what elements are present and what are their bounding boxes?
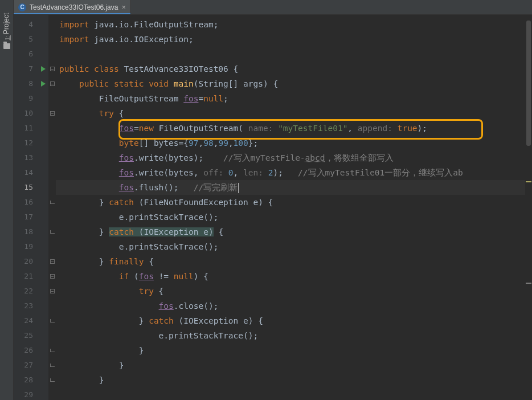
code-area[interactable]: import java.io.FileOutputStream; import …	[56, 15, 525, 400]
scrollbar-thumb[interactable]	[526, 21, 531, 146]
fold-end-icon	[50, 230, 55, 234]
class-icon: C	[18, 3, 26, 11]
editor-tab-bar: C TestAdvance33IOTest06.java ×	[14, 0, 532, 15]
gutter-run-icons	[39, 15, 48, 400]
scrollbar-mark	[526, 283, 531, 284]
fold-toggle-icon[interactable]	[50, 289, 55, 293]
gutter-fold	[48, 15, 56, 400]
code-line[interactable]: try {	[56, 106, 525, 121]
code-line[interactable]: }	[56, 358, 525, 373]
project-tool-label[interactable]: Project	[2, 13, 10, 34]
fold-toggle-icon[interactable]	[50, 259, 55, 264]
code-line[interactable]: FileOutputStream fos=null;	[56, 91, 525, 106]
tab-filename: TestAdvance33IOTest06.java	[30, 3, 118, 11]
code-line[interactable]: try {	[56, 284, 525, 299]
tool-window-bar: 1: Project cture	[0, 0, 14, 400]
code-line[interactable]: if (fos != null) {	[56, 269, 525, 284]
code-line[interactable]: public class TestAdvance33IOTest06 {	[56, 62, 525, 76]
gutter-line-numbers[interactable]: 45678 910111213 1415161718 1920212223 24…	[14, 15, 39, 400]
code-line[interactable]: }	[56, 343, 525, 358]
code-line[interactable]: } finally {	[56, 254, 525, 269]
code-line[interactable]: fos.write(bytes); //写入myTestFile-abcd，将数…	[56, 150, 525, 165]
text-caret	[238, 183, 239, 193]
run-icon[interactable]	[41, 81, 46, 87]
code-line[interactable]: } catch (FileNotFoundException e) {	[56, 195, 525, 210]
code-line[interactable]: e.printStackTrace();	[56, 210, 525, 225]
code-line[interactable]: import java.io.FileOutputStream;	[56, 17, 525, 32]
fold-end-icon	[50, 319, 55, 323]
project-tool-num[interactable]: 1:	[4, 35, 11, 40]
vertical-scrollbar[interactable]	[525, 15, 532, 400]
code-line[interactable]: import java.io.IOException;	[56, 32, 525, 47]
fold-end-icon	[50, 201, 55, 204]
fold-toggle-icon[interactable]	[50, 274, 55, 279]
fold-end-icon	[50, 349, 55, 352]
run-icon[interactable]	[41, 66, 46, 72]
code-line[interactable]: } catch (IOException e) {	[56, 225, 525, 239]
fold-end-icon	[50, 364, 55, 367]
code-line[interactable]	[56, 47, 525, 62]
scrollbar-mark	[526, 181, 531, 182]
code-line[interactable]: e.printStackTrace();	[56, 239, 525, 254]
code-line[interactable]: public static void main(String[] args) {	[56, 76, 525, 91]
code-line[interactable]: fos.close();	[56, 299, 525, 313]
editor-tab[interactable]: C TestAdvance33IOTest06.java ×	[14, 0, 131, 14]
code-line[interactable]: fos.flush(); //写完刷新	[56, 180, 525, 195]
fold-toggle-icon[interactable]	[50, 67, 55, 71]
editor-area[interactable]: 45678 910111213 1415161718 1920212223 24…	[14, 15, 525, 400]
code-line[interactable]: fos.write(bytes, off: 0, len: 2); //写入my…	[56, 165, 525, 180]
code-line[interactable]: } catch (IOException e) {	[56, 313, 525, 328]
close-icon[interactable]: ×	[121, 3, 126, 11]
code-line[interactable]	[56, 387, 525, 400]
code-line[interactable]: byte[] bytes={97,98,99,100};	[56, 136, 525, 150]
folder-icon[interactable]	[3, 43, 10, 49]
fold-toggle-icon[interactable]	[50, 81, 55, 86]
fold-toggle-icon[interactable]	[50, 111, 55, 116]
code-line[interactable]: e.printStackTrace();	[56, 328, 525, 343]
fold-end-icon	[50, 378, 55, 382]
code-line[interactable]: }	[56, 373, 525, 387]
code-line[interactable]: fos=new FileOutputStream( name: "myTestF…	[56, 121, 525, 136]
structure-tool-label[interactable]: cture	[0, 385, 2, 400]
